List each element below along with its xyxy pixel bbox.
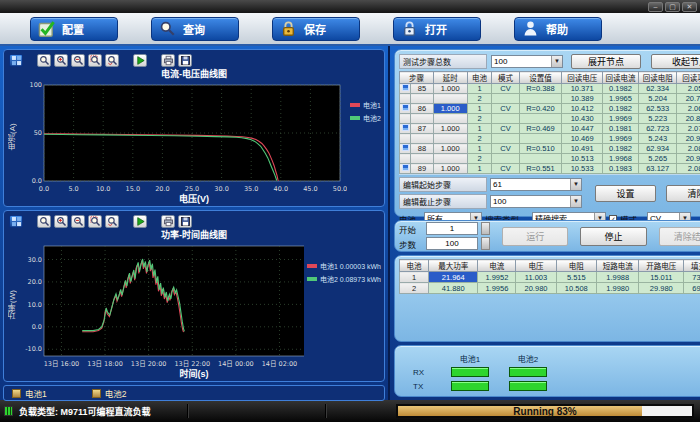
steps-cell[interactable]: R=0.510 — [519, 144, 562, 154]
zoom-out-icon[interactable] — [71, 54, 85, 67]
chevron-down-icon[interactable]: ▼ — [570, 196, 581, 207]
steps-cell[interactable] — [492, 94, 519, 104]
steps-cell[interactable]: 1.000 — [433, 84, 467, 94]
steps-cell[interactable]: 2.080 — [677, 144, 700, 154]
save-button[interactable]: 保存 — [272, 17, 360, 41]
results-cell[interactable]: 73.17 % — [684, 272, 700, 283]
steps-cell[interactable] — [519, 154, 562, 164]
steps-cell[interactable]: 63.127 — [639, 164, 677, 174]
steps-cell[interactable]: CV — [492, 124, 519, 134]
results-cell[interactable]: 69.33 % — [684, 283, 700, 294]
results-cell[interactable]: 1 — [400, 272, 429, 283]
results-cell[interactable]: 11.003 — [516, 272, 556, 283]
steps-cell[interactable]: 88 — [411, 144, 434, 154]
results-cell[interactable]: 1.9956 — [478, 283, 516, 294]
steps-cell[interactable]: R=0.469 — [519, 124, 562, 134]
steps-cell[interactable]: 1.000 — [433, 124, 467, 134]
steps-cell[interactable]: 2 — [467, 114, 492, 124]
query-button[interactable]: 查询 — [151, 17, 239, 41]
steps-table-row[interactable]: 210.4691.99695.24320.905 — [400, 134, 700, 144]
play-icon[interactable] — [133, 54, 147, 67]
steps-table-row[interactable]: 210.3891.99655.20420.741 — [400, 94, 700, 104]
steps-cell[interactable]: CV — [492, 144, 519, 154]
steps-cell[interactable]: 10.491 — [562, 144, 603, 154]
steps-cell[interactable]: 2.088 — [677, 164, 700, 174]
steps-table-row[interactable]: 861.0001CVR=0.42010.4120.198262.5332.064 — [400, 104, 700, 114]
tree-node-icon[interactable] — [402, 104, 409, 111]
results-cell[interactable]: 20.980 — [516, 283, 556, 294]
run-steps-input[interactable]: 100 — [426, 237, 478, 250]
open-button[interactable]: 打开 — [393, 17, 481, 41]
set-button[interactable]: 设置 — [595, 185, 656, 202]
steps-cell[interactable]: 5.223 — [639, 114, 677, 124]
steps-cell[interactable]: 86 — [411, 104, 434, 114]
steps-cell[interactable]: 87 — [411, 124, 434, 134]
steps-cell[interactable] — [400, 154, 411, 164]
steps-cell[interactable]: 0.1981 — [602, 124, 638, 134]
steps-cell[interactable]: 1.9969 — [602, 114, 638, 124]
power-time-chart[interactable]: 13日 16:0013日 18:0013日 20:0013日 22:0014日 … — [18, 241, 304, 369]
steps-cell[interactable] — [433, 94, 467, 104]
steps-cell[interactable]: 20.828 — [677, 114, 700, 124]
steps-cell[interactable]: 20.741 — [677, 94, 700, 104]
iv-curve-chart[interactable]: 0.05.010.015.020.025.030.035.040.045.050… — [18, 80, 347, 194]
steps-cell[interactable] — [433, 114, 467, 124]
config-button[interactable]: 配置 — [30, 17, 118, 41]
tree-node-icon[interactable] — [402, 144, 409, 151]
zoom-pan-icon[interactable] — [105, 54, 119, 67]
steps-cell[interactable]: 1.000 — [433, 104, 467, 114]
steps-cell[interactable] — [433, 154, 467, 164]
zoom-in-icon[interactable] — [54, 54, 68, 67]
edit-end-combo[interactable]: 100▼ — [490, 195, 582, 208]
steps-cell[interactable] — [492, 114, 519, 124]
steps-cell[interactable]: 85 — [411, 84, 434, 94]
save-icon[interactable] — [178, 54, 192, 67]
steps-cell[interactable]: 10.389 — [562, 94, 603, 104]
steps-table-row[interactable]: 891.0001CVR=0.55110.5330.198363.1272.088 — [400, 164, 700, 174]
steps-cell[interactable]: 89 — [411, 164, 434, 174]
print-icon[interactable] — [161, 54, 175, 67]
results-cell[interactable]: 1.9988 — [596, 272, 639, 283]
steps-cell[interactable]: 1 — [467, 124, 492, 134]
maximize-button[interactable]: ▢ — [665, 2, 680, 12]
steps-cell[interactable]: 5.243 — [639, 134, 677, 144]
steps-cell[interactable] — [400, 94, 411, 104]
steps-cell[interactable]: 1.9968 — [602, 154, 638, 164]
steps-cell[interactable] — [411, 94, 434, 104]
grid-icon[interactable] — [9, 54, 23, 67]
steps-cell[interactable] — [519, 94, 562, 104]
steps-cell[interactable]: 2.070 — [677, 124, 700, 134]
results-table-row[interactable]: 241.8801.995620.98010.5081.998029.98069.… — [400, 283, 700, 294]
steps-cell[interactable]: R=0.551 — [519, 164, 562, 174]
steps-cell[interactable]: 10.371 — [562, 84, 603, 94]
steps-cell[interactable] — [400, 104, 411, 114]
steps-cell[interactable]: 10.533 — [562, 164, 603, 174]
print-icon[interactable] — [161, 215, 175, 228]
chevron-down-icon[interactable]: ▼ — [570, 179, 581, 190]
minimize-button[interactable]: – — [648, 2, 663, 12]
steps-cell[interactable]: 1 — [467, 104, 492, 114]
steps-cell[interactable]: R=0.420 — [519, 104, 562, 114]
steps-cell[interactable] — [519, 114, 562, 124]
steps-cell[interactable]: 2 — [467, 94, 492, 104]
steps-cell[interactable] — [400, 84, 411, 94]
steps-cell[interactable]: 2.055 — [677, 84, 700, 94]
steps-cell[interactable]: 20.905 — [677, 134, 700, 144]
steps-cell[interactable] — [492, 154, 519, 164]
collapse-nodes-button[interactable]: 收起节点 — [651, 54, 700, 69]
steps-cell[interactable] — [492, 134, 519, 144]
steps-cell[interactable]: 1.9969 — [602, 134, 638, 144]
steps-cell[interactable]: 0.1982 — [602, 84, 638, 94]
results-cell[interactable]: 15.011 — [639, 272, 684, 283]
steps-cell[interactable]: 1 — [467, 144, 492, 154]
steps-cell[interactable] — [400, 124, 411, 134]
clear-results-button[interactable]: 清除结果 — [659, 227, 700, 246]
save-icon[interactable] — [178, 215, 192, 228]
steps-cell[interactable]: 10.513 — [562, 154, 603, 164]
steps-cell[interactable]: 62.334 — [639, 84, 677, 94]
steps-cell[interactable]: 62.723 — [639, 124, 677, 134]
steps-table-row[interactable]: 210.5131.99685.26520.992 — [400, 154, 700, 164]
zoom-window-icon[interactable] — [88, 215, 102, 228]
zoom-pan-icon[interactable] — [105, 215, 119, 228]
run-button[interactable]: 运行 — [502, 227, 568, 246]
